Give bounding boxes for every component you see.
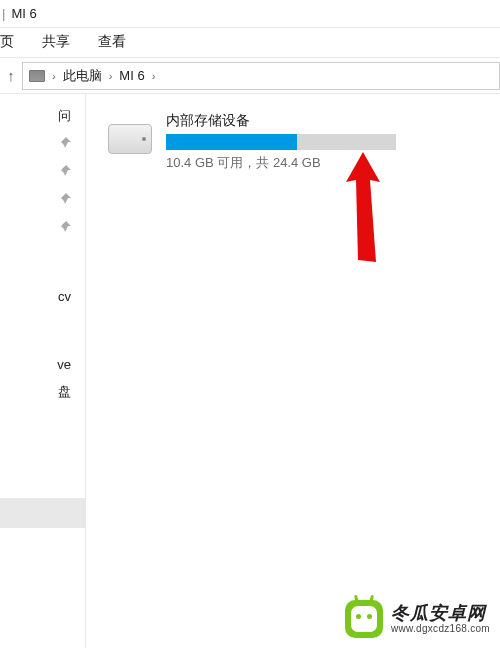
drive-item[interactable]: 内部存储设备 10.4 GB 可用，共 24.4 GB: [108, 112, 500, 172]
drive-icon: [29, 70, 45, 82]
pin-icon: [59, 137, 71, 152]
title-separator: |: [2, 6, 5, 21]
sidebar: 问 cv ve 盘: [0, 94, 86, 648]
sidebar-selection[interactable]: [0, 498, 85, 528]
sidebar-item[interactable]: [0, 214, 85, 242]
sidebar-item[interactable]: [0, 186, 85, 214]
storage-bar-fill: [166, 134, 297, 150]
sidebar-label: 盘: [58, 383, 71, 401]
sidebar-label: cv: [58, 289, 71, 304]
sidebar-item[interactable]: cv: [0, 282, 85, 310]
content-pane: 内部存储设备 10.4 GB 可用，共 24.4 GB: [86, 94, 500, 648]
breadcrumb-sep: ›: [109, 70, 113, 82]
breadcrumb-sep: ›: [152, 70, 156, 82]
breadcrumb-this-pc[interactable]: 此电脑: [63, 67, 102, 85]
sidebar-item[interactable]: [0, 158, 85, 186]
drive-name: 内部存储设备: [166, 112, 396, 130]
sidebar-label: ve: [57, 357, 71, 372]
breadcrumb-row: ↑ › 此电脑 › MI 6 ›: [0, 58, 500, 94]
annotation-arrow-icon: [346, 152, 396, 272]
storage-bar: [166, 134, 396, 150]
sidebar-label: 问: [58, 107, 71, 125]
menu-view[interactable]: 查看: [98, 33, 126, 51]
window-title: MI 6: [11, 6, 36, 21]
nav-up-button[interactable]: ↑: [0, 67, 22, 84]
watermark-site-name: 冬瓜安卓网: [391, 604, 490, 624]
breadcrumb-address-bar[interactable]: › 此电脑 › MI 6 ›: [22, 62, 500, 90]
watermark: 冬瓜安卓网 www.dgxcdz168.com: [345, 600, 490, 638]
sidebar-item[interactable]: [0, 130, 85, 158]
sidebar-item[interactable]: ve: [0, 350, 85, 378]
pin-icon: [59, 165, 71, 180]
breadcrumb-device[interactable]: MI 6: [119, 68, 144, 83]
menu-home[interactable]: 页: [0, 33, 14, 51]
sidebar-item[interactable]: 盘: [0, 378, 85, 406]
storage-drive-icon: [108, 124, 152, 154]
menu-share[interactable]: 共享: [42, 33, 70, 51]
watermark-text: 冬瓜安卓网 www.dgxcdz168.com: [391, 604, 490, 635]
pin-icon: [59, 221, 71, 236]
main-area: 问 cv ve 盘: [0, 94, 500, 648]
breadcrumb-sep: ›: [52, 70, 56, 82]
watermark-logo-icon: [345, 600, 383, 638]
watermark-url: www.dgxcdz168.com: [391, 623, 490, 634]
sidebar-item[interactable]: 问: [0, 102, 85, 130]
pin-icon: [59, 193, 71, 208]
svg-marker-0: [346, 152, 380, 262]
menu-bar: 页 共享 查看: [0, 28, 500, 58]
title-bar: | MI 6: [0, 0, 500, 28]
